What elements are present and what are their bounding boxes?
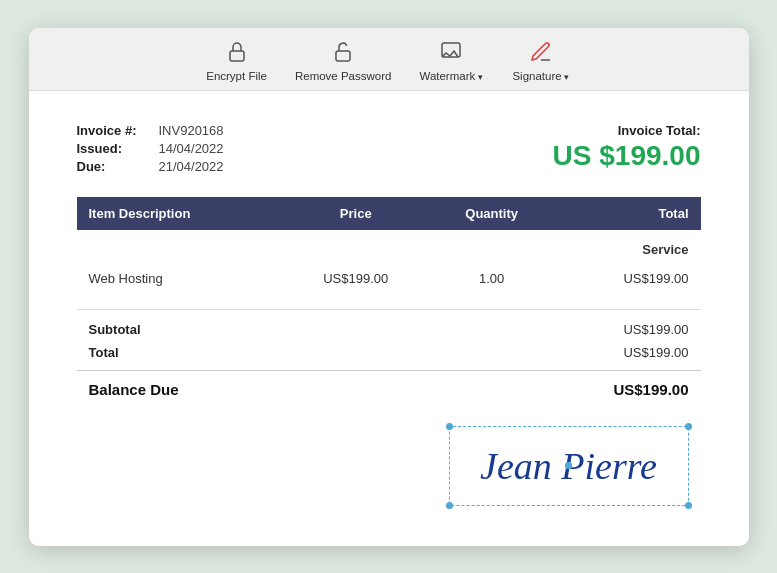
- corner-tr: [685, 423, 692, 430]
- invoice-total-block: Invoice Total: US $199.00: [553, 123, 701, 172]
- total-row-value: US$199.00: [623, 345, 688, 360]
- signature-button[interactable]: Signature: [511, 38, 571, 82]
- total-row-label: Total: [89, 345, 119, 360]
- issued-label: Issued:: [77, 141, 147, 156]
- invoice-number-row: Invoice #: INV920168: [77, 123, 224, 138]
- col-description: Item Description: [77, 197, 283, 230]
- col-quantity: Quantity: [429, 197, 555, 230]
- watermark-label: Watermark: [419, 70, 482, 82]
- table-header-row: Item Description Price Quantity Total: [77, 197, 701, 230]
- signature-area: Jean Pierre: [77, 426, 701, 506]
- table-row: Web Hosting US$199.00 1.00 US$199.00: [77, 264, 701, 293]
- subtotal-value: US$199.00: [623, 322, 688, 337]
- col-price: Price: [283, 197, 429, 230]
- watermark-icon: [437, 38, 465, 66]
- invoice-header: Invoice #: INV920168 Issued: 14/04/2022 …: [77, 123, 701, 177]
- corner-bl: [446, 502, 453, 509]
- invoice-number-label: Invoice #:: [77, 123, 147, 138]
- due-label: Due:: [77, 159, 147, 174]
- remove-password-button[interactable]: Remove Password: [295, 38, 392, 82]
- invoice-meta: Invoice #: INV920168 Issued: 14/04/2022 …: [77, 123, 224, 177]
- row-price: US$199.00: [283, 264, 429, 293]
- document: Invoice #: INV920168 Issued: 14/04/2022 …: [29, 91, 749, 546]
- signature-text: Jean Pierre: [480, 444, 657, 488]
- svg-rect-1: [336, 51, 350, 61]
- issued-value: 14/04/2022: [159, 141, 224, 156]
- lock-open-icon: [329, 38, 357, 66]
- row-total: US$199.00: [555, 264, 701, 293]
- corner-tl: [446, 423, 453, 430]
- row-quantity: 1.00: [429, 264, 555, 293]
- section-label-row: Service: [77, 230, 701, 264]
- invoice-number-value: INV920168: [159, 123, 224, 138]
- section-label: Service: [77, 230, 701, 264]
- toolbar: Encrypt File Remove Password Watermark: [29, 28, 749, 91]
- encrypt-file-label: Encrypt File: [206, 70, 267, 82]
- issued-row: Issued: 14/04/2022: [77, 141, 224, 156]
- balance-due-label: Balance Due: [89, 381, 179, 398]
- totals-section: Subtotal US$199.00 Total US$199.00: [77, 309, 701, 364]
- due-row: Due: 21/04/2022: [77, 159, 224, 174]
- signature-box: Jean Pierre: [449, 426, 689, 506]
- balance-due-section: Balance Due US$199.00: [77, 370, 701, 398]
- row-description: Web Hosting: [77, 264, 283, 293]
- watermark-button[interactable]: Watermark: [419, 38, 482, 82]
- subtotal-row: Subtotal US$199.00: [77, 318, 701, 341]
- invoice-table: Item Description Price Quantity Total Se…: [77, 197, 701, 293]
- lock-icon: [223, 38, 251, 66]
- invoice-total-amount: US $199.00: [553, 140, 701, 172]
- svg-rect-0: [230, 51, 244, 61]
- signature-icon: [527, 38, 555, 66]
- col-total: Total: [555, 197, 701, 230]
- balance-due-amount: US$199.00: [613, 381, 688, 398]
- invoice-total-label: Invoice Total:: [553, 123, 701, 138]
- signature-label: Signature: [512, 70, 569, 82]
- app-window: Encrypt File Remove Password Watermark: [29, 28, 749, 546]
- remove-password-label: Remove Password: [295, 70, 392, 82]
- due-value: 21/04/2022: [159, 159, 224, 174]
- total-row: Total US$199.00: [77, 341, 701, 364]
- corner-br: [685, 502, 692, 509]
- subtotal-label: Subtotal: [89, 322, 141, 337]
- encrypt-file-button[interactable]: Encrypt File: [206, 38, 267, 82]
